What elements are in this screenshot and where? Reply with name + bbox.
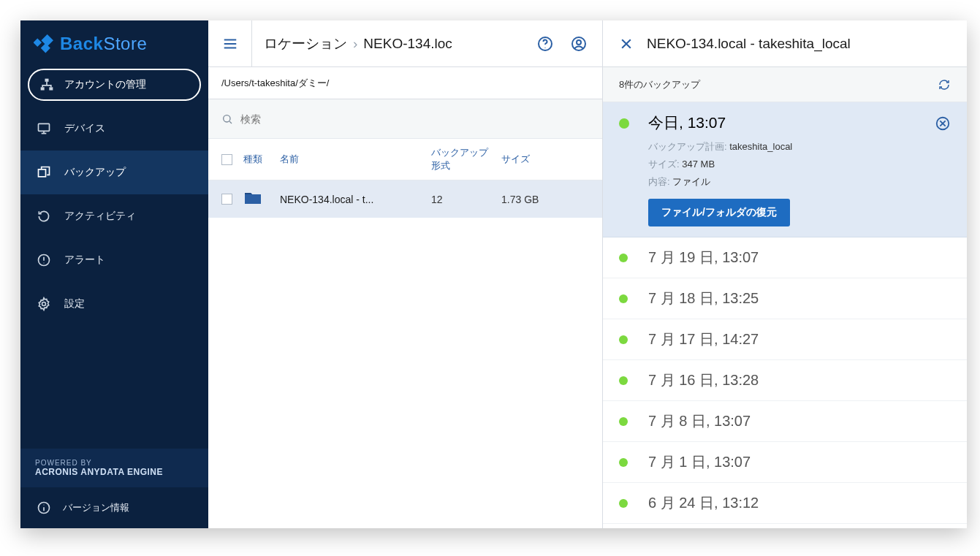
detail-header: NEKO-134.local - takeshita_local (603, 20, 967, 67)
backup-date: 7 月 1 日, 13:07 (648, 452, 951, 472)
backup-entry[interactable]: 6 月 24 日, 13:12 (603, 483, 967, 524)
nav-list: デバイス バックアップ アクティビティ (20, 107, 208, 326)
nav-alerts-label: アラート (64, 254, 105, 267)
backup-date: 7 月 16 日, 13:28 (648, 370, 951, 390)
path-row: /Users/t-takeshita/ダミー/ (208, 67, 602, 99)
logo-icon (34, 34, 54, 54)
user-icon[interactable] (570, 35, 588, 53)
svg-point-13 (577, 40, 581, 45)
sitemap-icon (39, 77, 54, 92)
nav-backup-label: バックアップ (64, 166, 126, 179)
activity-icon (37, 209, 51, 224)
menu-button[interactable] (208, 20, 252, 66)
topbar: ロケーション › NEKO-134.loc (208, 20, 602, 67)
nav-devices-label: デバイス (64, 122, 105, 135)
svg-rect-0 (34, 38, 42, 47)
breadcrumb: ロケーション › NEKO-134.loc (252, 34, 522, 53)
row-backups: 12 (431, 194, 501, 205)
backup-entry[interactable]: 7 月 8 日, 13:07 (603, 401, 967, 442)
status-dot-icon (619, 254, 628, 262)
row-checkbox[interactable] (221, 194, 232, 205)
nav-activity[interactable]: アクティビティ (20, 194, 208, 238)
plan-label: バックアップ計画: (648, 141, 727, 152)
account-management-label: アカウントの管理 (64, 78, 146, 91)
content-value: ファイル (672, 176, 710, 187)
restore-button[interactable]: ファイル/フォルダの復元 (648, 199, 790, 226)
powered-pre: POWERED BY (35, 459, 92, 467)
svg-point-14 (224, 115, 230, 121)
svg-point-9 (42, 302, 46, 306)
table-row[interactable]: NEKO-134.local - t... 12 1.73 GB (208, 180, 602, 218)
status-dot-icon (619, 294, 628, 303)
backup-entry[interactable]: 7 月 17 日, 14:27 (603, 319, 967, 360)
backup-entry[interactable]: 7 月 16 日, 13:28 (603, 360, 967, 401)
svg-rect-5 (49, 87, 53, 90)
app-logo: BackStore (20, 20, 208, 69)
search-icon (221, 113, 233, 125)
main-panel: ロケーション › NEKO-134.loc /Users/t-takeshita… (208, 20, 603, 528)
backup-entry-current[interactable]: 今日, 13:07 バックアップ計画: takeshita_local サイズ:… (603, 102, 967, 237)
col-name[interactable]: 名前 (280, 153, 431, 166)
help-icon[interactable] (536, 35, 554, 53)
plan-value: takeshita_local (729, 141, 792, 152)
svg-rect-7 (39, 170, 46, 177)
col-type[interactable]: 種類 (243, 153, 280, 166)
backup-count: 8件のバックアップ (619, 78, 700, 91)
monitor-icon (37, 121, 51, 136)
backup-date: 7 月 8 日, 13:07 (648, 411, 951, 431)
status-dot-icon (619, 335, 628, 344)
backup-date: 6 月 24 日, 13:12 (648, 493, 951, 513)
nav-alerts[interactable]: アラート (20, 238, 208, 282)
gear-icon (37, 297, 51, 311)
status-dot-icon (619, 417, 628, 426)
backup-count-row: 8件のバックアップ (603, 67, 967, 102)
select-all-checkbox[interactable] (221, 154, 232, 165)
breadcrumb-current: NEKO-134.loc (363, 36, 452, 52)
collapse-icon[interactable] (935, 115, 951, 132)
sidebar: BackStore アカウントの管理 デバイス (20, 20, 208, 528)
version-info[interactable]: バージョン情報 (20, 487, 208, 518)
svg-rect-4 (41, 87, 45, 90)
hamburger-icon (222, 36, 238, 52)
backup-entry[interactable]: 7 月 1 日, 13:07 (603, 442, 967, 483)
alert-icon (37, 253, 51, 267)
search-row[interactable] (208, 99, 602, 139)
svg-rect-6 (39, 123, 50, 131)
powered-main: ACRONIS ANYDATA ENGINE (35, 467, 194, 477)
table-header: 種類 名前 バックアップ形式 サイズ (208, 139, 602, 180)
nav-activity-label: アクティビティ (64, 210, 136, 223)
breadcrumb-root[interactable]: ロケーション (264, 34, 347, 53)
status-dot-icon (619, 118, 629, 129)
nav-settings-label: 設定 (64, 297, 85, 311)
svg-rect-3 (45, 79, 49, 82)
current-path: /Users/t-takeshita/ダミー/ (221, 77, 329, 90)
nav-backup[interactable]: バックアップ (20, 151, 208, 194)
nav-settings[interactable]: 設定 (20, 282, 208, 326)
row-name: NEKO-134.local - t... (280, 194, 431, 205)
status-dot-icon (619, 499, 628, 508)
col-size[interactable]: サイズ (501, 153, 589, 166)
refresh-icon[interactable] (938, 78, 951, 91)
search-input[interactable] (240, 113, 589, 125)
close-icon[interactable] (619, 37, 634, 51)
breadcrumb-sep: › (353, 36, 357, 52)
row-size: 1.73 GB (501, 194, 589, 205)
status-dot-icon (619, 376, 628, 385)
size-label: サイズ: (648, 159, 680, 170)
backup-date: 7 月 18 日, 13:25 (648, 289, 951, 308)
account-management-button[interactable]: アカウントの管理 (28, 69, 201, 101)
sidebar-bottom: POWERED BY ACRONIS ANYDATA ENGINE バージョン情… (20, 449, 208, 528)
size-value: 347 MB (682, 159, 715, 170)
backup-entry[interactable]: 7 月 19 日, 13:07 (603, 237, 967, 278)
info-icon (37, 500, 51, 515)
backup-icon (37, 165, 51, 180)
backup-entry[interactable]: 7 月 18 日, 13:25 (603, 278, 967, 319)
col-backup-format[interactable]: バックアップ形式 (431, 146, 501, 172)
detail-title: NEKO-134.local - takeshita_local (647, 36, 851, 52)
nav-devices[interactable]: デバイス (20, 107, 208, 151)
folder-icon (243, 191, 262, 205)
version-label: バージョン情報 (63, 501, 129, 514)
backup-timeline: 今日, 13:07 バックアップ計画: takeshita_local サイズ:… (603, 102, 967, 528)
status-dot-icon (619, 458, 628, 467)
detail-panel: NEKO-134.local - takeshita_local 8件のバックア… (603, 20, 967, 528)
